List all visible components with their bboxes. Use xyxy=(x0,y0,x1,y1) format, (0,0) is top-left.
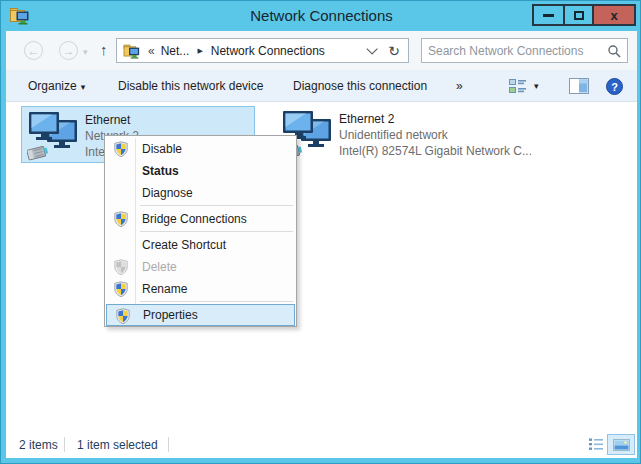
connection-item-ethernet-2[interactable]: Ethernet 2 Unidentified network Intel(R)… xyxy=(276,106,531,163)
menu-item-label: Disable xyxy=(142,142,182,156)
menu-item-create-shortcut[interactable]: Create Shortcut xyxy=(105,234,296,256)
title-bar: Network Connections x xyxy=(1,1,641,31)
menu-item-rename[interactable]: Rename xyxy=(105,278,296,300)
menu-item-label: Rename xyxy=(142,282,187,296)
connections-list: Ethernet Network 2 Intel(R) 82574L Gigab… xyxy=(6,102,637,431)
address-bar-controls: ↻ xyxy=(366,43,404,59)
search-input[interactable] xyxy=(428,44,607,58)
minimize-icon xyxy=(543,14,554,17)
close-icon: x xyxy=(610,9,617,22)
window-controls: x xyxy=(532,4,636,26)
organize-button[interactable]: Organize▾ xyxy=(28,79,85,93)
uac-shield-icon xyxy=(113,281,129,297)
help-button[interactable]: ? xyxy=(606,78,623,95)
status-separator xyxy=(168,437,169,452)
up-button[interactable]: ↑ xyxy=(100,41,108,58)
command-bar: Organize▾ Disable this network device Di… xyxy=(6,70,637,102)
search-box xyxy=(421,38,628,63)
toolbar-overflow-button[interactable]: » xyxy=(456,79,463,93)
menu-item-label: Status xyxy=(142,164,179,178)
back-button[interactable]: ← xyxy=(24,41,43,60)
menu-item-properties[interactable]: Properties xyxy=(106,304,295,326)
menu-item-label: Properties xyxy=(143,308,198,322)
change-view-icon[interactable] xyxy=(509,78,527,94)
details-view-button[interactable] xyxy=(589,438,604,451)
connection-details: Ethernet 2 Unidentified network Intel(R)… xyxy=(339,106,531,163)
menu-item-delete: Delete xyxy=(105,256,296,278)
maximize-button[interactable] xyxy=(563,6,592,24)
breadcrumb-parent[interactable]: Net... xyxy=(161,44,190,58)
recent-pages-dropdown[interactable]: ▾ xyxy=(83,47,88,57)
breadcrumb-overflow-button[interactable]: « xyxy=(148,44,155,58)
selection-count: 1 item selected xyxy=(77,438,158,452)
connection-device: Intel(R) 82574L Gigabit Network C... xyxy=(339,143,531,159)
status-bar: 2 items 1 item selected xyxy=(6,431,637,458)
forward-button[interactable]: → xyxy=(59,41,78,60)
connection-name: Ethernet xyxy=(85,112,254,128)
menu-item-label: Delete xyxy=(142,260,177,274)
minimize-button[interactable] xyxy=(534,6,563,24)
connection-name: Ethernet 2 xyxy=(339,111,531,127)
close-button[interactable]: x xyxy=(592,6,634,24)
help-icon: ? xyxy=(611,81,618,93)
menu-item-disable[interactable]: Disable xyxy=(105,138,296,160)
menu-item-label: Diagnose xyxy=(142,186,193,200)
context-menu: Disable Status Diagnose Bridge Connectio… xyxy=(104,135,297,327)
uac-shield-icon xyxy=(115,308,131,324)
navigation-bar: ← → ▾ ↑ « Net... ▶ Network Connections ↻ xyxy=(6,31,637,70)
disable-device-button[interactable]: Disable this network device xyxy=(118,79,263,93)
search-icon[interactable] xyxy=(607,44,621,58)
breadcrumb-current[interactable]: Network Connections xyxy=(211,44,325,58)
uac-shield-disabled-icon xyxy=(113,259,129,275)
menu-item-bridge-connections[interactable]: Bridge Connections xyxy=(105,208,296,230)
items-count: 2 items xyxy=(19,438,58,452)
forward-icon: → xyxy=(63,44,75,58)
network-connections-window: Network Connections x ← → ▾ ↑ « Net... ▶… xyxy=(0,0,641,464)
thumbnail-icon xyxy=(613,439,630,451)
uac-shield-icon xyxy=(113,211,129,227)
preview-pane-icon[interactable] xyxy=(569,78,589,94)
refresh-button[interactable]: ↻ xyxy=(388,43,400,59)
network-folder-icon xyxy=(123,43,141,59)
maximize-icon xyxy=(574,11,584,20)
uac-shield-icon xyxy=(113,141,129,157)
breadcrumb-arrow-icon[interactable]: ▶ xyxy=(197,47,202,55)
diagnose-connection-button[interactable]: Diagnose this connection xyxy=(293,79,427,93)
up-icon: ↑ xyxy=(100,41,108,58)
change-view-dropdown[interactable]: ▾ xyxy=(534,81,539,91)
menu-item-label: Create Shortcut xyxy=(142,238,226,252)
connection-network: Unidentified network xyxy=(339,127,531,143)
status-separator xyxy=(64,437,65,452)
menu-item-label: Bridge Connections xyxy=(142,212,247,226)
menu-item-diagnose[interactable]: Diagnose xyxy=(105,182,296,204)
chevron-down-icon: ▾ xyxy=(81,82,86,92)
chevron-down-icon[interactable] xyxy=(367,43,378,54)
address-bar[interactable]: « Net... ▶ Network Connections ↻ xyxy=(116,38,409,63)
menu-item-status[interactable]: Status xyxy=(105,160,296,182)
network-adapter-icon xyxy=(27,112,79,162)
back-icon: ← xyxy=(28,44,40,58)
large-icons-view-button[interactable] xyxy=(607,434,635,455)
organize-label: Organize xyxy=(28,79,77,93)
